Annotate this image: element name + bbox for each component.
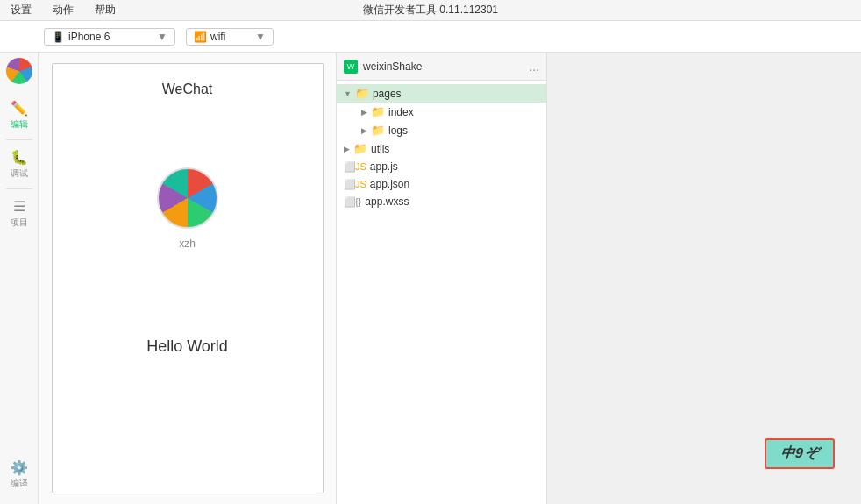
- network-selector[interactable]: 📶 wifi ▼: [186, 28, 274, 46]
- file-tree: ▼ 📁 pages ▶ 📁 index ▶ 📁 logs ▶ 📁 utils: [337, 81, 546, 504]
- device-selector[interactable]: 📱 iPhone 6 ▼: [44, 28, 175, 46]
- file-item-logs[interactable]: ▶ 📁 logs: [337, 121, 546, 139]
- sidebar-divider-2: [6, 188, 32, 189]
- user-avatar: [157, 167, 218, 229]
- appwxss-label: app.wxss: [365, 195, 409, 208]
- avatar: [6, 58, 32, 84]
- debug-icon: 🐛: [11, 149, 28, 166]
- logs-chevron-icon: ▶: [361, 126, 367, 135]
- appjs-label: app.js: [370, 160, 398, 173]
- sidebar-project-label: 项目: [11, 217, 28, 229]
- compile-icon: ⚙️: [11, 459, 28, 476]
- pages-label: pages: [373, 88, 402, 100]
- index-chevron-icon: ▶: [361, 108, 367, 117]
- sidebar-compile-label: 编译: [11, 478, 28, 490]
- sidebar-item-project[interactable]: ☰ 项目: [0, 191, 39, 236]
- sidebar-item-edit[interactable]: ✏️ 编辑: [0, 93, 39, 138]
- device-chevron-icon: ▼: [157, 31, 167, 43]
- captcha-text: 中9ぞ: [779, 444, 820, 463]
- appwxss-type-icon: {}: [355, 196, 361, 207]
- index-folder-icon: 📁: [371, 105, 385, 118]
- sidebar-item-compile[interactable]: ⚙️ 编译: [0, 452, 39, 497]
- pages-chevron-icon: ▼: [344, 89, 352, 98]
- file-panel: W weixinShake ... ▼ 📁 pages ▶ 📁 index ▶ …: [337, 53, 547, 504]
- sidebar-bottom: ⚙️ 编译: [0, 452, 39, 504]
- appjson-type-icon: JS: [355, 179, 366, 189]
- phone-frame: WeChat xzh Hello World: [52, 63, 324, 493]
- pages-folder-icon: 📁: [355, 87, 369, 100]
- app-title: 微信开发者工具 0.11.112301: [363, 3, 498, 18]
- menubar-help[interactable]: 帮助: [91, 1, 119, 19]
- project-icon: ☰: [13, 198, 25, 215]
- phone-wechat-header: WeChat: [162, 82, 213, 97]
- file-item-appjs[interactable]: ⬜ JS app.js: [337, 158, 546, 175]
- file-panel-menu-icon[interactable]: ...: [529, 60, 539, 74]
- menubar-actions[interactable]: 动作: [49, 1, 77, 19]
- appjson-file-icon: ⬜: [344, 179, 352, 190]
- logs-folder-icon: 📁: [371, 124, 385, 137]
- file-panel-title: weixinShake: [363, 60, 523, 73]
- sidebar: ✏️ 编辑 🐛 调试 ☰ 项目 ⚙️ 编译: [0, 53, 39, 504]
- index-label: index: [388, 106, 414, 118]
- file-item-utils[interactable]: ▶ 📁 utils: [337, 139, 546, 158]
- file-item-appjson[interactable]: ⬜ JS app.json: [337, 175, 546, 193]
- sidebar-divider-1: [6, 139, 32, 140]
- wifi-icon: 📶: [194, 31, 207, 43]
- utils-chevron-icon: ▶: [344, 145, 350, 153]
- appjs-type-icon: JS: [355, 161, 366, 172]
- user-name: xzh: [179, 238, 196, 250]
- file-item-index[interactable]: ▶ 📁 index: [337, 103, 546, 121]
- appjson-label: app.json: [370, 178, 409, 190]
- device-label: iPhone 6: [68, 31, 110, 43]
- sidebar-edit-label: 编辑: [11, 118, 28, 131]
- utils-folder-icon: 📁: [353, 142, 367, 155]
- sidebar-debug-label: 调试: [11, 167, 28, 180]
- appwxss-file-icon: ⬜: [344, 196, 352, 208]
- hello-world-text: Hello World: [146, 337, 228, 356]
- phone-icon: 📱: [52, 31, 65, 43]
- menubar-settings[interactable]: 设置: [7, 1, 35, 19]
- file-item-appwxss[interactable]: ⬜ {} app.wxss: [337, 193, 546, 210]
- edit-icon: ✏️: [11, 100, 28, 117]
- appjs-file-icon: ⬜: [344, 161, 352, 173]
- utils-label: utils: [371, 143, 389, 155]
- file-item-pages[interactable]: ▼ 📁 pages: [337, 84, 546, 103]
- network-chevron-icon: ▼: [255, 31, 266, 43]
- phone-simulator: WeChat xzh Hello World: [39, 53, 337, 504]
- wechat-app-icon: W: [344, 60, 358, 74]
- network-label: wifi: [210, 31, 225, 43]
- logs-label: logs: [388, 124, 408, 137]
- sidebar-item-debug[interactable]: 🐛 调试: [0, 142, 39, 187]
- right-area: 中9ぞ: [547, 53, 861, 504]
- file-panel-header: W weixinShake ...: [337, 53, 546, 81]
- captcha-box[interactable]: 中9ぞ: [765, 438, 835, 469]
